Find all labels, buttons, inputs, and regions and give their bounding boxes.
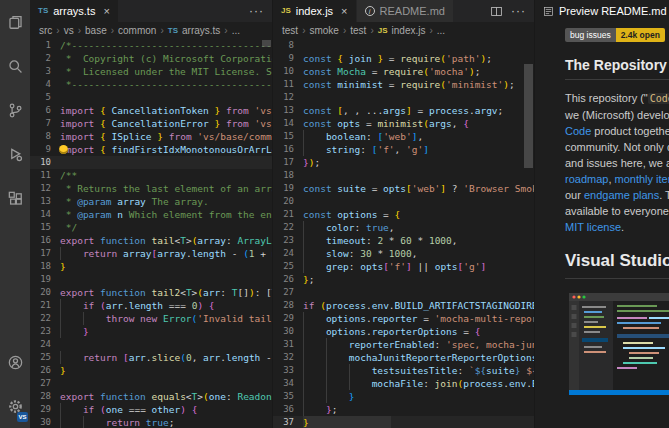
code-line[interactable]: 19const suite = opts['web'] ? 'Browser S…	[273, 182, 534, 195]
line-number[interactable]: 26	[273, 273, 303, 286]
line-number[interactable]: 24	[30, 338, 60, 351]
line-number[interactable]: 16	[273, 143, 303, 156]
code-line[interactable]: 6import { CancellationToken } from 'vs/b…	[30, 104, 272, 117]
line-number[interactable]: 32	[273, 351, 303, 364]
breadcrumb-file[interactable]: index.js	[392, 25, 426, 36]
breadcrumb-item[interactable]: smoke	[309, 25, 338, 36]
tab-readme-md[interactable]: i README.md	[357, 0, 454, 22]
code-line[interactable]: 25 return [arr.slice(0, arr.length - 1),…	[30, 351, 272, 364]
breadcrumb-item[interactable]: common	[118, 25, 156, 36]
line-number[interactable]: 8	[30, 130, 60, 143]
accounts-icon[interactable]	[0, 340, 30, 384]
line-number[interactable]: 20	[30, 286, 60, 299]
code-line[interactable]: 10const Mocha = require('mocha');	[273, 65, 534, 78]
line-number[interactable]: 33	[273, 364, 303, 377]
line-number[interactable]: 14	[273, 117, 303, 130]
code-line[interactable]: 28if (process.env.BUILD_ARTIFACTSTAGINGD…	[273, 299, 534, 312]
code-line[interactable]: 21 if (arr.length === 0) {	[30, 299, 272, 312]
line-number[interactable]: 35	[273, 390, 303, 403]
breadcrumb-item[interactable]: vs	[64, 25, 74, 36]
line-number[interactable]: 6	[30, 104, 60, 117]
line-number[interactable]: 5	[30, 91, 60, 104]
line-number[interactable]: 21	[273, 208, 303, 221]
code-line[interactable]: 14 * @param n Which element from the end…	[30, 208, 272, 221]
line-number[interactable]: 22	[30, 312, 60, 325]
line-number[interactable]: 28	[30, 390, 60, 403]
line-number[interactable]: 31	[273, 338, 303, 351]
line-number[interactable]: 9	[273, 52, 303, 65]
more-actions-icon[interactable]: ···	[511, 6, 526, 16]
code-line[interactable]: 30 return true;	[30, 416, 272, 428]
source-control-icon[interactable]	[0, 88, 30, 132]
code-line[interactable]: 37}	[273, 416, 534, 428]
code-line[interactable]: 8import { ISplice } from 'vs/base/common…	[30, 130, 272, 143]
more-actions-icon[interactable]: ···	[249, 6, 264, 16]
code-line[interactable]: 30 options.reporterOptions = {	[273, 325, 534, 338]
code-line[interactable]: 22 throw new Error('Invalid tail call');	[30, 312, 272, 325]
line-number[interactable]: 19	[273, 182, 303, 195]
tab-index-js[interactable]: JS index.js ×	[273, 0, 357, 22]
line-number[interactable]: 18	[273, 169, 303, 182]
code-line[interactable]: 23 }	[30, 325, 272, 338]
line-number[interactable]: 17	[30, 247, 60, 260]
code-line[interactable]: 18	[273, 169, 534, 182]
code-line[interactable]: 3 * Licensed under the MIT License. See …	[30, 65, 272, 78]
code-line[interactable]: 19	[30, 273, 272, 286]
line-number[interactable]: 34	[273, 377, 303, 390]
breadcrumb-item[interactable]: base	[85, 25, 107, 36]
line-number[interactable]: 14	[30, 208, 60, 221]
code-line[interactable]: 18}	[30, 260, 272, 273]
code-line[interactable]: 29 options.reporter = 'mocha-multi-repor…	[273, 312, 534, 325]
code-line[interactable]: 20export function tail2<T>(arr: T[]): [T…	[30, 286, 272, 299]
line-number[interactable]: 13	[30, 195, 60, 208]
line-number[interactable]: 29	[30, 403, 60, 416]
line-number[interactable]: 22	[273, 221, 303, 234]
code-line[interactable]: 34 mochaFile: join(process.env.BUILD_ART…	[273, 377, 534, 390]
code-line[interactable]: 15 */	[30, 221, 272, 234]
settings-gear-icon[interactable]: VS	[0, 384, 30, 428]
line-number[interactable]: 18	[30, 260, 60, 273]
code-line[interactable]: 32 mochaJunitReporterReporterOptions: {	[273, 351, 534, 364]
code-line[interactable]: 13 * @param array The array.	[30, 195, 272, 208]
code-line[interactable]: 27	[30, 377, 272, 390]
code-line[interactable]: 11const minimist = require('minimist');	[273, 78, 534, 91]
readme-link[interactable]: MIT license	[565, 221, 621, 233]
code-line[interactable]: 26}	[30, 364, 272, 377]
line-number[interactable]: 27	[30, 377, 60, 390]
code-line[interactable]: 13const [, , ...args] = process.argv;	[273, 104, 534, 117]
line-number[interactable]: 9	[30, 143, 60, 156]
search-icon[interactable]	[0, 44, 30, 88]
line-number[interactable]: 25	[273, 260, 303, 273]
code-line[interactable]: 16 string: ['f', 'g']	[273, 143, 534, 156]
explorer-icon[interactable]	[0, 0, 30, 44]
line-number[interactable]: 21	[30, 299, 60, 312]
code-line[interactable]: 2 * Copyright (c) Microsoft Corporation.…	[30, 52, 272, 65]
code-line[interactable]: 24	[30, 338, 272, 351]
close-tab-icon[interactable]: ×	[341, 5, 347, 17]
line-number[interactable]: 28	[273, 299, 303, 312]
code-line[interactable]: 7import { CancellationError } from 'vs/b…	[30, 117, 272, 130]
code-line[interactable]: 12 * Returns the last element of an arra…	[30, 182, 272, 195]
line-number[interactable]: 12	[30, 182, 60, 195]
code-line[interactable]: 26};	[273, 273, 534, 286]
scrollbar-thumb[interactable]	[262, 40, 271, 47]
code-line[interactable]: 9import { findFirstIdxMonotonousOrArrLen…	[30, 143, 272, 156]
code-line[interactable]: 31 reporterEnabled: 'spec, mocha-junit-r…	[273, 338, 534, 351]
scrollbar-thumb[interactable]	[524, 64, 533, 168]
code-line[interactable]: 35 }	[273, 390, 534, 403]
breadcrumb-item[interactable]: test	[282, 25, 298, 36]
breadcrumb-symbol[interactable]: ...	[437, 25, 445, 36]
code-line[interactable]: 9const { join } = require('path');	[273, 52, 534, 65]
line-number[interactable]: 3	[30, 65, 60, 78]
readme-link[interactable]: roadmap	[565, 173, 608, 185]
code-line[interactable]: 4 *-------------------------------------…	[30, 78, 272, 91]
line-number[interactable]: 11	[30, 169, 60, 182]
line-number[interactable]: 7	[30, 117, 60, 130]
code-line[interactable]: 10	[30, 156, 272, 169]
code-line[interactable]: 8	[273, 39, 534, 52]
line-number[interactable]: 26	[30, 364, 60, 377]
code-line[interactable]: 14const opts = minimist(args, {	[273, 117, 534, 130]
line-number[interactable]: 20	[273, 195, 303, 208]
breadcrumb-symbol[interactable]: ...	[232, 25, 240, 36]
breadcrumb-item[interactable]: test	[350, 25, 366, 36]
